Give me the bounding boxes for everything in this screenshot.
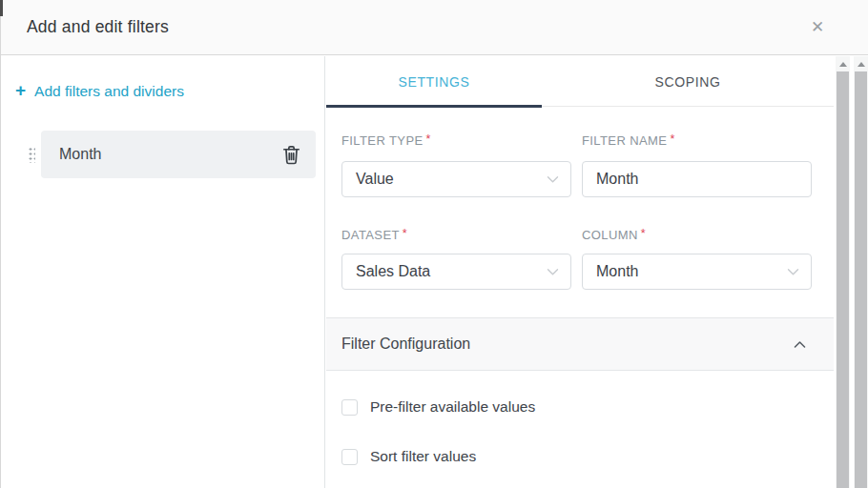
prefilter-checkbox-label: Pre-filter available values (370, 398, 535, 416)
column-value: Month (596, 263, 787, 280)
scroll-up-icon (858, 62, 865, 67)
filter-item-month[interactable]: Month (41, 131, 316, 178)
required-asterisk: * (641, 227, 646, 240)
tab-scoping-label: SCOPING (655, 74, 721, 90)
tab-scoping[interactable]: SCOPING (542, 56, 834, 107)
form-fields-row-1: Value Month (341, 161, 812, 197)
filter-type-value: Value (356, 171, 547, 188)
drag-handle-icon[interactable] (28, 146, 35, 163)
column-select[interactable]: Month (582, 254, 812, 290)
chevron-down-icon (547, 268, 559, 276)
tab-bar: SETTINGS SCOPING (326, 56, 834, 107)
close-button[interactable]: ✕ (807, 16, 828, 37)
scroll-up-button[interactable] (854, 56, 868, 71)
filters-list-panel: + Add filters and dividers Month (0, 56, 325, 488)
dataset-label: DATASET (341, 228, 400, 242)
filter-type-select[interactable]: Value (341, 161, 571, 197)
form-fields-row-2: Sales Data Month (341, 254, 812, 290)
filter-list-row: Month (0, 131, 325, 178)
page-scrollbar[interactable] (854, 56, 868, 488)
filter-name-input[interactable]: Month (582, 161, 812, 197)
dataset-select[interactable]: Sales Data (341, 254, 571, 290)
scroll-up-button[interactable] (836, 56, 850, 71)
chevron-down-icon (547, 175, 559, 184)
scroll-up-icon (839, 62, 847, 67)
add-edit-filters-modal: Add and edit filters ✕ + Add filters and… (0, 0, 868, 488)
chevron-up-icon (794, 340, 806, 349)
column-label: COLUMN (582, 228, 638, 242)
chevron-down-icon (787, 268, 799, 276)
filter-type-label: FILTER TYPE (341, 133, 424, 148)
plus-icon: + (15, 81, 26, 99)
filter-settings-panel: SETTINGS SCOPING FILTER TYPE* FILTER NAM… (326, 56, 834, 488)
tab-settings[interactable]: SETTINGS (326, 56, 542, 107)
form-labels-row-2: DATASET* COLUMN* (341, 226, 812, 243)
sort-checkbox-label: Sort filter values (370, 448, 476, 465)
prefilter-checkbox-row: Pre-filter available values (341, 398, 535, 416)
modal-scrollbar[interactable] (836, 56, 850, 488)
filter-configuration-section-header[interactable]: Filter Configuration (326, 317, 834, 371)
prefilter-checkbox[interactable] (341, 399, 358, 416)
active-tab-indicator (326, 105, 542, 108)
modal-title: Add and edit filters (27, 17, 169, 37)
background-page-fragment (0, 0, 3, 16)
sort-checkbox[interactable] (341, 449, 358, 465)
required-asterisk: * (403, 227, 407, 240)
close-icon: ✕ (811, 19, 824, 35)
modal-scrollbar-thumb[interactable] (837, 71, 849, 488)
trash-icon (280, 143, 302, 167)
section-title: Filter Configuration (341, 336, 794, 353)
required-asterisk: * (426, 132, 431, 146)
filter-item-label: Month (59, 146, 277, 163)
filter-name-value: Month (596, 171, 799, 188)
tab-settings-label: SETTINGS (399, 74, 470, 90)
required-asterisk: * (670, 132, 674, 146)
modal-header: Add and edit filters ✕ (0, 0, 868, 55)
delete-filter-button[interactable] (277, 139, 305, 170)
filter-name-label: FILTER NAME (582, 133, 667, 148)
add-filters-and-dividers-link[interactable]: + Add filters and dividers (15, 82, 184, 100)
page-scrollbar-thumb[interactable] (855, 71, 867, 488)
page-edge-divider (0, 0, 1, 488)
form-labels-row-1: FILTER TYPE* FILTER NAME* (341, 132, 812, 149)
sort-checkbox-row: Sort filter values (341, 448, 476, 465)
add-filters-label: Add filters and dividers (34, 83, 184, 100)
dataset-value: Sales Data (356, 263, 547, 280)
